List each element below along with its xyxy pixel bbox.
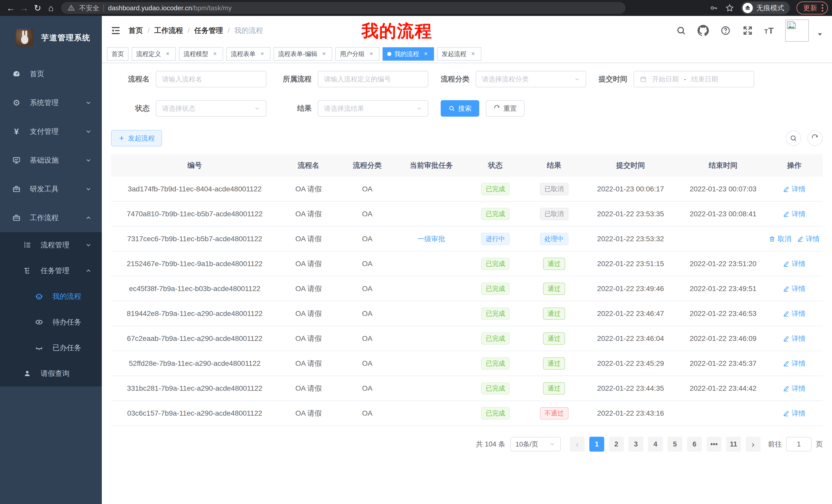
reset-button[interactable]: 重置 (486, 100, 524, 117)
task-link[interactable]: 一级审批 (418, 234, 445, 244)
sidebar-item-流程管理[interactable]: 流程管理 (0, 232, 102, 258)
detail-action-link[interactable]: 详情 (783, 209, 806, 219)
result-badge: 通过 (543, 307, 565, 320)
hamburger-icon[interactable] (110, 25, 121, 36)
detail-action-link[interactable]: 详情 (783, 185, 806, 194)
result-select[interactable]: 请选择流结果 (318, 100, 428, 117)
status-select[interactable]: 请选择状态 (156, 100, 266, 117)
cancel-action-link[interactable]: 取消 (769, 234, 791, 244)
close-icon[interactable]: × (368, 50, 375, 58)
create-process-button[interactable]: 发起流程 (111, 130, 162, 146)
detail-action-link[interactable]: 详情 (783, 259, 806, 269)
font-size-icon[interactable]: TT (764, 26, 774, 36)
prev-page-button[interactable]: ‹ (570, 437, 585, 452)
next-page-button[interactable]: › (746, 437, 760, 452)
breadcrumb-item[interactable]: 首页 (129, 26, 143, 35)
tab-我的流程[interactable]: 我的流程× (383, 47, 434, 61)
app-logo[interactable]: 芋道管理系统 (0, 16, 102, 60)
table-toolbar: 发起流程 (111, 130, 823, 146)
tab-发起流程[interactable]: 发起流程× (437, 47, 481, 61)
close-icon[interactable]: × (320, 50, 328, 58)
avatar[interactable] (785, 20, 809, 41)
process-input[interactable]: 请输入流程定义的编号 (318, 71, 428, 87)
page-button-1[interactable]: 1 (589, 437, 604, 452)
range-separator: - (684, 75, 686, 83)
sidebar-item-研发工具[interactable]: 研发工具 (0, 175, 102, 203)
detail-action-link[interactable]: 详情 (797, 234, 820, 244)
annotation-my-process: 我的流程 (362, 20, 433, 43)
key-icon[interactable] (710, 4, 718, 12)
breadcrumb-item[interactable]: 工作流程 (154, 26, 183, 35)
close-icon[interactable]: × (469, 50, 477, 58)
name-input[interactable]: 请输入流程名 (156, 71, 266, 87)
back-icon[interactable]: ← (4, 3, 18, 13)
chevron-down-icon (254, 105, 260, 111)
detail-action-link[interactable]: 详情 (783, 284, 806, 293)
page-button-11[interactable]: 11 (726, 437, 741, 452)
detail-action-link[interactable]: 详情 (783, 384, 806, 393)
page-size-select[interactable]: 10条/页 (510, 437, 561, 451)
sidebar-item-系统管理[interactable]: ⚙系统管理 (0, 88, 102, 117)
detail-action-link[interactable]: 详情 (783, 334, 806, 343)
goto-page-input[interactable] (786, 437, 812, 451)
update-button[interactable]: 更新 (797, 2, 828, 15)
address-bar[interactable]: 不安全 dashboard.yudao.iocoder.cn/bpm/task/… (61, 2, 626, 14)
sidebar-item-首页[interactable]: 首页 (0, 60, 102, 88)
fullscreen-icon[interactable] (742, 25, 753, 36)
cell-end-time: 2022-01-22 23:51:20 (677, 260, 770, 268)
action-label: 详情 (791, 209, 806, 219)
sidebar-item-工作流程[interactable]: 工作流程 (0, 203, 102, 232)
sidebar-item-我的流程[interactable]: 我的流程 (0, 284, 102, 309)
cell-submit-time: 2022-01-22 23:46:04 (584, 334, 677, 343)
goto-unit: 页 (816, 440, 823, 449)
github-icon[interactable] (698, 25, 709, 36)
browser-menu-icon[interactable] (822, 4, 823, 11)
reload-icon[interactable]: ↻ (31, 3, 44, 13)
cell-end-time: 2022-01-23 00:07:03 (677, 185, 770, 193)
show-search-button[interactable] (786, 131, 801, 146)
detail-action-link[interactable]: 详情 (783, 359, 806, 368)
cell-actions: 详情 (769, 309, 819, 318)
app-title: 芋道管理系统 (41, 33, 90, 43)
refresh-table-button[interactable] (807, 131, 823, 146)
breadcrumb-item[interactable]: 任务管理 (194, 26, 223, 35)
close-icon[interactable]: × (422, 50, 430, 58)
forward-icon[interactable]: → (18, 3, 31, 13)
table-row: 2152467e-7b9b-11ec-9a1b-acde48001122OA 请… (111, 251, 823, 276)
url-text: dashboard.yudao.iocoder.cn/bpm/task/my (108, 4, 232, 12)
tab-用户分组[interactable]: 用户分组× (335, 47, 380, 61)
sidebar-item-基础设施[interactable]: 基础设施 (0, 146, 102, 175)
close-icon[interactable]: × (211, 50, 218, 58)
tab-流程表单[interactable]: 流程表单× (226, 47, 270, 61)
home-icon[interactable]: ⌂ (44, 3, 58, 13)
tab-流程定义[interactable]: 流程定义× (132, 47, 176, 61)
sidebar-item-支付管理[interactable]: ¥支付管理 (0, 117, 102, 146)
page-button-5[interactable]: 5 (668, 437, 682, 452)
caret-down-icon[interactable] (816, 31, 823, 38)
bookmark-star-icon[interactable] (725, 3, 734, 12)
detail-action-link[interactable]: 详情 (783, 309, 806, 318)
sidebar-item-待办任务[interactable]: 待办任务 (0, 309, 102, 335)
tab-流程模型[interactable]: 流程模型× (179, 47, 223, 61)
page-button-3[interactable]: 3 (628, 437, 643, 452)
category-label: 流程分类 (441, 74, 469, 84)
page-button-2[interactable]: 2 (609, 437, 624, 452)
tab-流程表单-编辑[interactable]: 流程表单-编辑× (274, 47, 332, 61)
more-pages-button[interactable]: ••• (706, 437, 722, 452)
page-button-4[interactable]: 4 (648, 437, 663, 452)
close-icon[interactable]: × (259, 50, 266, 58)
sidebar-item-任务管理[interactable]: 任务管理 (0, 258, 102, 284)
table-row: 819442e8-7b9a-11ec-a290-acde48001122OA 请… (111, 301, 823, 326)
page-button-6[interactable]: 6 (687, 437, 702, 452)
close-icon[interactable]: × (164, 50, 171, 58)
search-button[interactable]: 搜索 (441, 100, 479, 117)
search-icon[interactable] (676, 25, 686, 36)
sidebar-item-已办任务[interactable]: 已办任务 (0, 335, 102, 361)
tab-首页[interactable]: 首页 (107, 47, 129, 61)
table-row: 331bc281-7b9a-11ec-a290-acde48001122OA 请… (111, 376, 823, 401)
date-range-picker[interactable]: 开始日期 - 结束日期 (633, 71, 754, 87)
help-icon[interactable] (720, 25, 731, 36)
detail-action-link[interactable]: 详情 (783, 409, 806, 418)
category-select[interactable]: 请选择流程分类 (476, 71, 586, 87)
sidebar-item-请假查询[interactable]: 请假查询 (0, 361, 102, 386)
